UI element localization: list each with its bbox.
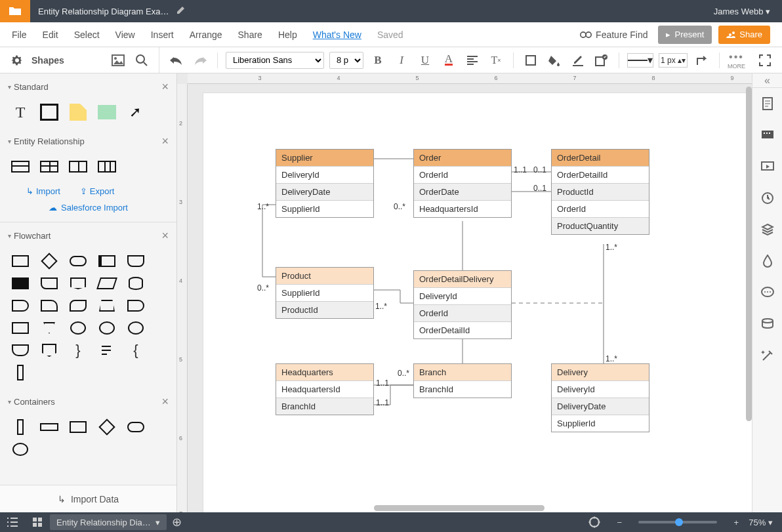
group-containers[interactable]: ▾Containers× (0, 388, 176, 415)
target-icon[interactable] (582, 512, 607, 532)
more-button[interactable]: •••MORE (728, 51, 745, 70)
cont-rect-icon[interactable] (70, 421, 87, 433)
folder-icon[interactable] (0, 0, 30, 22)
menu-view[interactable]: View (115, 30, 135, 40)
cont-lane-v-icon[interactable] (17, 419, 24, 435)
fc-display-icon[interactable] (127, 300, 144, 312)
menu-edit[interactable]: Edit (43, 30, 58, 40)
line-routing-button[interactable] (693, 52, 711, 69)
entity-order[interactable]: Order OrderId OrderDate HeadquartersId (413, 149, 512, 218)
fullscreen-icon[interactable] (756, 52, 774, 69)
fc-decision-icon[interactable] (41, 253, 57, 269)
menu-share[interactable]: Share (238, 30, 262, 40)
document-title[interactable]: Entity Relationship Diagram Exa… (30, 7, 176, 16)
entity-headquarters[interactable]: Headquarters HeadquartersId BranchId (276, 363, 374, 415)
fc-rect2-icon[interactable] (12, 322, 29, 334)
close-icon[interactable]: × (161, 134, 169, 148)
close-icon[interactable]: × (161, 395, 169, 409)
fill-button[interactable] (545, 52, 564, 69)
italic-button[interactable]: I (392, 52, 411, 69)
chat-icon[interactable] (752, 277, 783, 308)
cont-lane-h-icon[interactable] (40, 423, 58, 431)
shape-block[interactable] (98, 105, 116, 119)
fc-doc-icon[interactable] (127, 255, 144, 267)
shape-rect[interactable] (40, 104, 58, 121)
fc-db-icon[interactable] (129, 277, 143, 290)
menu-help[interactable]: Help (278, 30, 297, 40)
entity-branch[interactable]: Branch BranchId (413, 363, 512, 398)
close-icon[interactable]: × (161, 80, 169, 94)
bold-button[interactable]: B (369, 52, 387, 69)
comments-icon[interactable] (752, 119, 783, 151)
cont-diamond-icon[interactable] (98, 419, 115, 435)
fc-bracket-icon[interactable] (17, 365, 24, 380)
entity-delivery[interactable]: Delivery DeliveryId DeliveryDate Supplie… (551, 363, 649, 432)
cont-pill-icon[interactable] (127, 422, 144, 432)
fc-filled-icon[interactable] (12, 277, 29, 289)
font-select[interactable]: Liberation Sans (226, 52, 324, 69)
er-table-3col-icon[interactable] (98, 161, 116, 173)
page-tab[interactable]: Entity Relationship Dia… ▾ (50, 514, 167, 530)
edit-title-icon[interactable] (176, 5, 186, 17)
group-er[interactable]: ▾Entity Relationship× (0, 128, 176, 155)
fc-hex-icon[interactable] (70, 277, 86, 289)
fc-connector-icon[interactable] (70, 321, 86, 335)
grid-view-icon[interactable] (25, 512, 50, 532)
fontsize-select[interactable]: 8 pt (329, 52, 363, 69)
zoom-level[interactable]: 75% ▾ (749, 518, 782, 527)
line-style-button[interactable]: ▾ (627, 53, 653, 68)
magic-icon[interactable] (752, 340, 783, 371)
layers-icon[interactable] (752, 214, 783, 245)
present-icon[interactable] (752, 151, 783, 182)
user-menu[interactable]: James Webb ▾ (702, 7, 782, 16)
fc-process-icon[interactable] (12, 255, 29, 267)
data-icon[interactable] (752, 308, 783, 340)
fc-stored-icon[interactable] (41, 300, 58, 312)
entity-supplier[interactable]: Supplier DeliveryId DeliveryDate Supplie… (276, 149, 374, 218)
fc-manual-icon[interactable] (99, 300, 115, 312)
fc-merge-icon[interactable] (43, 322, 55, 334)
fc-tape-icon[interactable] (70, 300, 87, 312)
clear-format-button[interactable]: T× (487, 52, 505, 69)
shapes-label[interactable]: Shapes (31, 55, 64, 66)
salesforce-import-link[interactable]: ☁ Salesforce Import (0, 200, 176, 222)
line-width-input[interactable]: 1 px ▴▾ (659, 53, 688, 68)
fc-brace-left-icon[interactable]: { (126, 344, 146, 357)
fc-card-icon[interactable] (41, 277, 58, 289)
fc-sum-icon[interactable] (99, 321, 115, 335)
import-link[interactable]: ↳ Import (26, 186, 60, 196)
entity-product[interactable]: Product SupplierId ProductId (276, 267, 374, 319)
fc-offpage-h-icon[interactable] (12, 344, 29, 356)
import-data-button[interactable]: ↳ Import Data (0, 485, 176, 512)
shape-outline-button[interactable] (522, 52, 540, 69)
zoom-slider[interactable] (638, 521, 717, 523)
shape-text[interactable]: T (10, 106, 30, 119)
menu-arrange[interactable]: Arrange (190, 30, 222, 40)
notes-icon[interactable] (752, 88, 783, 119)
menu-whatsnew[interactable]: What's New (313, 30, 361, 40)
fc-delay-icon[interactable] (12, 300, 29, 312)
history-icon[interactable] (752, 182, 783, 214)
feature-find[interactable]: Feature Find (580, 30, 648, 40)
undo-icon[interactable] (167, 52, 186, 69)
paper[interactable]: 1..* 0..* 1..* 0..* 1..1 0..1 0..1 1..* … (203, 93, 754, 512)
menu-insert[interactable]: Insert (151, 30, 174, 40)
outline-view-icon[interactable] (0, 512, 25, 532)
menu-select[interactable]: Select (74, 30, 100, 40)
canvas[interactable]: 3 4 5 6 7 8 9 2 3 4 5 6 7 (177, 73, 782, 512)
shape-note[interactable] (70, 104, 87, 121)
collapse-rail-icon[interactable]: « (752, 73, 782, 88)
horizontal-scrollbar[interactable] (374, 505, 545, 511)
shape-arrow[interactable]: ➚ (126, 106, 144, 119)
cont-circle-icon[interactable] (12, 443, 28, 456)
vertical-scrollbar[interactable] (746, 87, 752, 421)
shape-style-button[interactable] (592, 52, 611, 69)
menu-file[interactable]: File (12, 30, 27, 40)
zoom-out-button[interactable]: − (607, 512, 632, 532)
fc-offpage-icon[interactable] (42, 344, 56, 357)
group-standard[interactable]: ▾Standard× (0, 73, 176, 100)
fc-or-icon[interactable] (128, 321, 144, 335)
group-flowchart[interactable]: ▾Flowchart× (0, 222, 176, 249)
fc-predef-icon[interactable] (98, 255, 115, 267)
fc-note-icon[interactable] (97, 344, 117, 357)
